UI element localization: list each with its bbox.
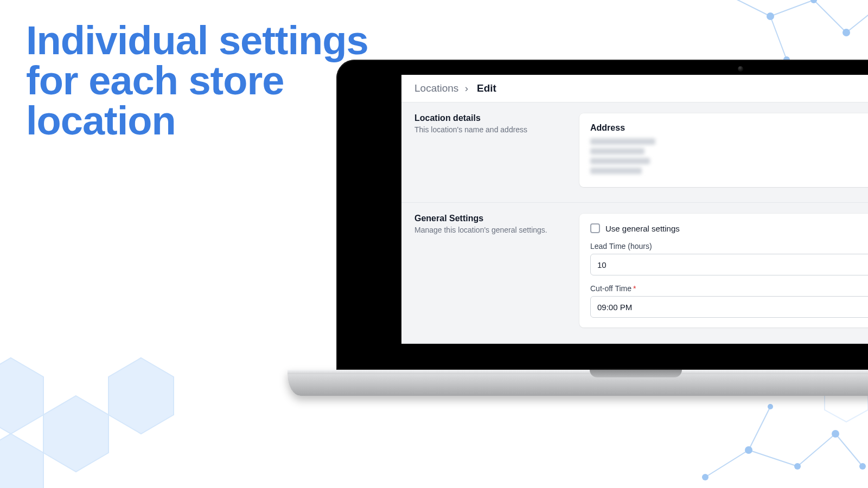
required-mark: * xyxy=(633,284,636,293)
section-title: General Settings xyxy=(414,214,566,223)
svg-point-24 xyxy=(794,463,801,470)
cutoff-time-input[interactable] xyxy=(590,296,868,318)
cutoff-time-label: Cut-off Time* xyxy=(590,284,868,293)
lead-time-label: Lead Time (hours) xyxy=(590,242,868,251)
decorative-hexagons-bottom-left xyxy=(0,336,184,488)
laptop-base xyxy=(288,370,868,396)
chevron-right-icon: › xyxy=(465,82,468,94)
lead-time-input[interactable] xyxy=(590,254,868,275)
laptop-bezel: Locations ›Edit Location details This lo… xyxy=(336,60,868,370)
svg-line-19 xyxy=(797,434,835,466)
svg-point-26 xyxy=(768,404,773,409)
address-line-redacted xyxy=(590,168,642,174)
laptop-notch xyxy=(590,370,682,377)
laptop-mockup: Locations ›Edit Location details This lo… xyxy=(288,60,868,396)
breadcrumb-parent[interactable]: Locations xyxy=(414,82,458,94)
address-line-redacted xyxy=(590,158,650,164)
section-subtitle: This location's name and address xyxy=(414,125,566,134)
svg-point-9 xyxy=(843,29,850,36)
section-local-pickup: Local Pickup Manage this location's pick… xyxy=(401,343,868,344)
svg-point-27 xyxy=(859,463,866,470)
svg-point-8 xyxy=(810,0,817,3)
breadcrumb: Locations ›Edit xyxy=(401,75,868,102)
svg-marker-15 xyxy=(0,434,43,488)
svg-marker-14 xyxy=(43,396,108,472)
svg-line-0 xyxy=(727,0,770,16)
address-line-redacted xyxy=(590,138,655,145)
use-general-settings-label: Use general settings xyxy=(605,224,680,233)
use-general-settings-checkbox[interactable] xyxy=(590,223,600,233)
cutoff-time-label-text: Cut-off Time xyxy=(590,284,631,293)
section-general-settings: General Settings Manage this location's … xyxy=(401,203,868,343)
section-title: Location details xyxy=(414,113,566,123)
svg-point-7 xyxy=(767,12,774,20)
section-subtitle: Manage this location's general settings. xyxy=(414,226,566,234)
svg-line-1 xyxy=(770,0,814,16)
breadcrumb-current: Edit xyxy=(477,82,496,94)
svg-point-25 xyxy=(832,430,839,438)
svg-marker-16 xyxy=(108,358,174,434)
address-card: Address xyxy=(579,113,868,187)
svg-line-2 xyxy=(814,0,846,33)
svg-line-18 xyxy=(749,450,797,466)
svg-marker-13 xyxy=(0,358,43,434)
svg-line-21 xyxy=(835,434,863,466)
svg-point-22 xyxy=(702,474,709,480)
svg-point-23 xyxy=(745,446,752,454)
camera-icon xyxy=(738,66,743,72)
svg-line-17 xyxy=(705,450,749,477)
address-heading: Address xyxy=(590,123,868,133)
svg-line-20 xyxy=(749,407,770,450)
general-settings-card: Use general settings Lead Time (hours) C… xyxy=(579,214,868,328)
svg-line-4 xyxy=(846,11,868,33)
svg-line-3 xyxy=(770,16,787,60)
section-location-details: Location details This location's name an… xyxy=(401,102,868,203)
address-line-redacted xyxy=(590,148,644,155)
app-screen: Locations ›Edit Location details This lo… xyxy=(401,75,868,344)
